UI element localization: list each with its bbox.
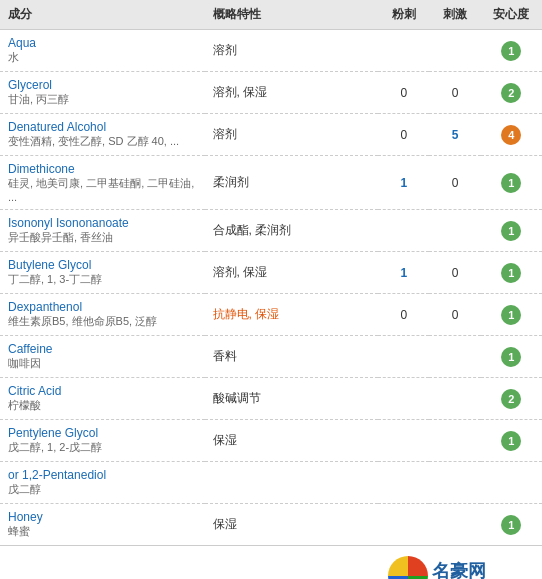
property-cell: 溶剂, 保湿 <box>205 252 379 294</box>
ingredient-cn: 柠檬酸 <box>8 398 197 413</box>
ingredient-cell: Dexpanthenol维生素原B5, 维他命原B5, 泛醇 <box>0 294 205 336</box>
powder-cell <box>378 462 429 504</box>
property-text: 柔润剂 <box>213 175 249 189</box>
ingredient-cell: Aqua水 <box>0 30 205 72</box>
table-row: Citric Acid柠檬酸酸碱调节2 <box>0 378 542 420</box>
table-header-row: 成分 概略特性 粉刺 刺激 安心度 <box>0 0 542 30</box>
ingredient-name[interactable]: Caffeine <box>8 342 197 356</box>
safety-badge: 2 <box>501 83 521 103</box>
safety-badge: 1 <box>501 515 521 535</box>
ingredient-cell: Citric Acid柠檬酸 <box>0 378 205 420</box>
irritate-cell: 0 <box>429 294 480 336</box>
ingredient-name[interactable]: Dimethicone <box>8 162 197 176</box>
ingredient-cell: Glycerol甘油, 丙三醇 <box>0 72 205 114</box>
ingredient-name[interactable]: Pentylene Glycol <box>8 426 197 440</box>
table-row: Aqua水溶剂1 <box>0 30 542 72</box>
ingredient-cell: Denatured Alcohol变性酒精, 变性乙醇, SD 乙醇 40, .… <box>0 114 205 156</box>
ingredient-name[interactable]: Isononyl Isononanoate <box>8 216 197 230</box>
ingredient-name[interactable]: Dexpanthenol <box>8 300 197 314</box>
property-text: 保湿 <box>213 433 237 447</box>
safety-cell: 1 <box>481 504 542 546</box>
irritate-cell: 0 <box>429 156 480 210</box>
watermark-area: 名豪网 minghaoshangwu.com <box>0 546 542 579</box>
property-text: 溶剂 <box>213 127 237 141</box>
safety-badge: 2 <box>501 389 521 409</box>
property-cell: 溶剂 <box>205 114 379 156</box>
safety-badge: 1 <box>501 347 521 367</box>
ingredient-cell: or 1,2-Pentanediol戊二醇 <box>0 462 205 504</box>
ingredient-cn: 甘油, 丙三醇 <box>8 92 197 107</box>
safety-cell: 1 <box>481 420 542 462</box>
property-cell: 酸碱调节 <box>205 378 379 420</box>
property-cell: 抗静电, 保湿 <box>205 294 379 336</box>
ingredient-cn: 异壬酸异壬酯, 香丝油 <box>8 230 197 245</box>
irritate-value: 0 <box>452 308 459 322</box>
ingredient-cn: 戊二醇 <box>8 482 197 497</box>
safety-cell: 1 <box>481 156 542 210</box>
powder-value: 0 <box>401 128 408 142</box>
powder-cell <box>378 504 429 546</box>
table-row: Isononyl Isononanoate异壬酸异壬酯, 香丝油合成酯, 柔润剂… <box>0 210 542 252</box>
irritate-value: 5 <box>452 128 459 142</box>
ingredient-cn: 咖啡因 <box>8 356 197 371</box>
safety-cell: 1 <box>481 252 542 294</box>
ingredient-name[interactable]: or 1,2-Pentanediol <box>8 468 197 482</box>
table-row: Dexpanthenol维生素原B5, 维他命原B5, 泛醇抗静电, 保湿001 <box>0 294 542 336</box>
powder-cell <box>378 420 429 462</box>
ingredient-cn: 变性酒精, 变性乙醇, SD 乙醇 40, ... <box>8 134 197 149</box>
ingredient-name[interactable]: Aqua <box>8 36 197 50</box>
powder-cell: 0 <box>378 114 429 156</box>
ingredient-cell: Dimethicone硅灵, 地美司康, 二甲基硅酮, 二甲硅油, ... <box>0 156 205 210</box>
irritate-cell: 0 <box>429 252 480 294</box>
safety-cell: 1 <box>481 336 542 378</box>
powder-value: 0 <box>401 308 408 322</box>
property-cell: 溶剂, 保湿 <box>205 72 379 114</box>
powder-cell: 1 <box>378 252 429 294</box>
irritate-cell <box>429 210 480 252</box>
irritate-cell <box>429 30 480 72</box>
irritate-cell <box>429 504 480 546</box>
ingredient-cn: 丁二醇, 1, 3-丁二醇 <box>8 272 197 287</box>
powder-cell <box>378 210 429 252</box>
ingredient-name[interactable]: Citric Acid <box>8 384 197 398</box>
ingredient-cell: Isononyl Isononanoate异壬酸异壬酯, 香丝油 <box>0 210 205 252</box>
property-cell: 保湿 <box>205 420 379 462</box>
ingredient-table: 成分 概略特性 粉刺 刺激 安心度 Aqua水溶剂1Glycerol甘油, 丙三… <box>0 0 542 546</box>
table-row: Pentylene Glycol戊二醇, 1, 2-戊二醇保湿1 <box>0 420 542 462</box>
ingredient-name[interactable]: Denatured Alcohol <box>8 120 197 134</box>
powder-cell: 0 <box>378 72 429 114</box>
irritate-cell: 0 <box>429 72 480 114</box>
ingredient-cn: 维生素原B5, 维他命原B5, 泛醇 <box>8 314 197 329</box>
safety-badge: 1 <box>501 431 521 451</box>
table-row: Caffeine咖啡因香料1 <box>0 336 542 378</box>
property-text: 合成酯, 柔润剂 <box>213 223 292 237</box>
ingredient-cn: 硅灵, 地美司康, 二甲基硅酮, 二甲硅油, ... <box>8 176 197 203</box>
irritate-cell <box>429 420 480 462</box>
ingredient-name[interactable]: Honey <box>8 510 197 524</box>
property-text: 溶剂, 保湿 <box>213 265 268 279</box>
ingredient-cn: 戊二醇, 1, 2-戊二醇 <box>8 440 197 455</box>
table-row: Glycerol甘油, 丙三醇溶剂, 保湿002 <box>0 72 542 114</box>
property-text: 溶剂 <box>213 43 237 57</box>
watermark-logo: 名豪网 minghaoshangwu.com <box>388 556 532 579</box>
ingredient-name[interactable]: Butylene Glycol <box>8 258 197 272</box>
col-header-irritate: 刺激 <box>429 0 480 30</box>
ingredient-cn: 水 <box>8 50 197 65</box>
table-body: Aqua水溶剂1Glycerol甘油, 丙三醇溶剂, 保湿002Denature… <box>0 30 542 546</box>
powder-value: 1 <box>401 266 408 280</box>
safety-badge: 1 <box>501 263 521 283</box>
col-header-powder: 粉刺 <box>378 0 429 30</box>
logo-circle-icon <box>388 556 428 579</box>
property-cell: 合成酯, 柔润剂 <box>205 210 379 252</box>
logo-brand-text: 名豪网 <box>432 559 532 580</box>
powder-cell: 0 <box>378 294 429 336</box>
ingredient-name[interactable]: Glycerol <box>8 78 197 92</box>
safety-cell: 4 <box>481 114 542 156</box>
col-header-property: 概略特性 <box>205 0 379 30</box>
table-row: Honey蜂蜜保湿1 <box>0 504 542 546</box>
safety-cell: 1 <box>481 30 542 72</box>
irritate-value: 0 <box>452 86 459 100</box>
table-row: Butylene Glycol丁二醇, 1, 3-丁二醇溶剂, 保湿101 <box>0 252 542 294</box>
ingredient-cell: Caffeine咖啡因 <box>0 336 205 378</box>
irritate-cell <box>429 462 480 504</box>
